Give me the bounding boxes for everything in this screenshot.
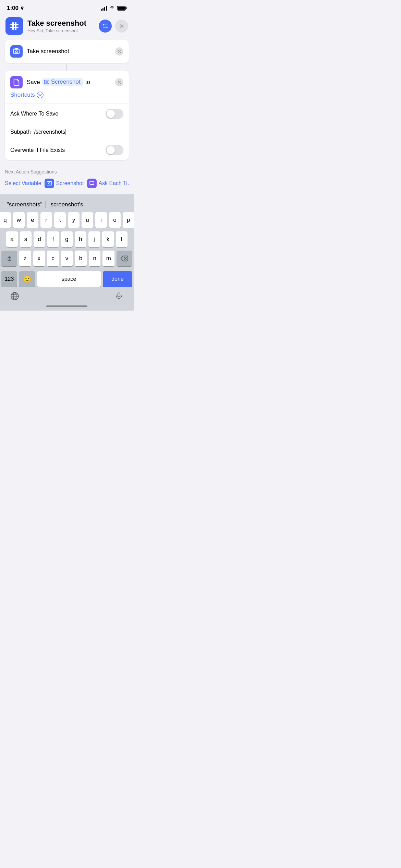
overwrite-label: Overwrite If File Exists xyxy=(10,147,65,153)
take-screenshot-row: Take screenshot xyxy=(10,45,123,58)
key-h[interactable]: h xyxy=(75,231,86,247)
close-icon-2 xyxy=(118,81,121,84)
ask-where-row: Ask Where To Save xyxy=(5,104,129,124)
backspace-key[interactable] xyxy=(117,251,132,266)
shortcuts-destination-label: Shortcuts xyxy=(10,92,35,98)
shift-icon xyxy=(5,255,13,262)
camera-chip-icon xyxy=(46,180,52,186)
numbers-key[interactable]: 123 xyxy=(1,271,17,287)
shift-key[interactable] xyxy=(1,251,17,266)
svg-rect-1 xyxy=(126,7,127,9)
key-c[interactable]: c xyxy=(47,251,59,266)
header-title: Take screenshot xyxy=(27,19,95,28)
screenshot-variable-pill[interactable]: Screenshot xyxy=(42,78,83,87)
svg-point-17 xyxy=(37,92,43,98)
space-key[interactable]: space xyxy=(37,271,101,287)
svg-rect-4 xyxy=(10,27,19,28)
svg-rect-6 xyxy=(15,22,16,30)
key-b[interactable]: b xyxy=(75,251,87,266)
key-z[interactable]: z xyxy=(19,251,31,266)
home-indicator xyxy=(0,303,134,311)
header-subtitle: Hey Siri, Take screenshot xyxy=(27,28,95,33)
microphone-icon[interactable] xyxy=(114,292,123,301)
svg-rect-3 xyxy=(10,24,19,25)
key-s[interactable]: s xyxy=(20,231,32,247)
save-icon-wrap xyxy=(10,76,23,88)
key-a[interactable]: a xyxy=(6,231,18,247)
key-j[interactable]: j xyxy=(88,231,100,247)
to-text: to xyxy=(85,79,90,86)
key-w[interactable]: w xyxy=(13,212,25,228)
key-l[interactable]: l xyxy=(116,231,127,247)
save-screenshot-card: Save Screenshot to Shortcuts xyxy=(5,71,129,160)
subpath-label: Subpath xyxy=(10,129,31,135)
autocomplete-word-2[interactable]: screenshot's xyxy=(46,201,88,208)
suggestion-select-variable[interactable]: Select Variable xyxy=(5,179,41,188)
key-u[interactable]: u xyxy=(82,212,93,228)
autocomplete-word-3[interactable] xyxy=(88,201,130,208)
key-n[interactable]: n xyxy=(89,251,101,266)
key-g[interactable]: g xyxy=(61,231,73,247)
svg-rect-2 xyxy=(118,7,125,10)
shortcuts-pill[interactable]: Shortcuts xyxy=(10,91,44,99)
take-screenshot-card: Take screenshot xyxy=(5,40,129,63)
key-q[interactable]: q xyxy=(0,212,11,228)
suggestion-screenshot[interactable]: Screenshot xyxy=(45,179,84,188)
ask-each-chip-label: Ask Each Ti… xyxy=(98,180,129,186)
key-f[interactable]: f xyxy=(47,231,59,247)
autocomplete-word-1[interactable]: "screenshots" xyxy=(3,201,46,208)
keyboard-row-3: z x c v b n m xyxy=(1,251,132,266)
svg-point-16 xyxy=(46,81,48,83)
backspace-icon xyxy=(121,255,128,262)
ask-where-toggle[interactable] xyxy=(106,109,123,119)
key-o[interactable]: o xyxy=(109,212,121,228)
subpath-row: Subpath /screenshots xyxy=(5,124,129,140)
key-p[interactable]: p xyxy=(123,212,134,228)
keyboard-extras xyxy=(0,288,134,303)
screenshot-chip-icon-wrap xyxy=(45,179,54,188)
chat-chip-icon xyxy=(89,180,95,186)
emoji-key[interactable]: 🙂 xyxy=(19,271,35,287)
keyboard: "screenshots" screenshot's q w e r t y u… xyxy=(0,194,134,311)
globe-icon[interactable] xyxy=(10,292,19,301)
key-k[interactable]: k xyxy=(102,231,114,247)
key-v[interactable]: v xyxy=(61,251,73,266)
ask-each-chip-icon-wrap xyxy=(87,179,97,188)
key-t[interactable]: t xyxy=(54,212,66,228)
status-bar: 1:00 xyxy=(0,0,134,14)
wifi-icon xyxy=(109,5,115,11)
key-i[interactable]: i xyxy=(95,212,107,228)
close-shortcut-button[interactable] xyxy=(115,20,128,33)
key-x[interactable]: x xyxy=(33,251,45,266)
screenshot-icon-wrap xyxy=(10,45,23,58)
take-screenshot-close-button[interactable] xyxy=(115,47,123,56)
svg-rect-15 xyxy=(44,80,49,84)
suggestions-section: Next Action Suggestions Select Variable … xyxy=(0,164,134,191)
key-y[interactable]: y xyxy=(68,212,80,228)
screenshot-chip-label: Screenshot xyxy=(56,180,84,186)
chevron-down-icon xyxy=(36,91,44,99)
save-action-close-button[interactable] xyxy=(115,78,123,86)
app-header: Take screenshot Hey Siri, Take screensho… xyxy=(0,14,134,40)
done-key[interactable]: done xyxy=(103,271,132,287)
key-m[interactable]: m xyxy=(102,251,114,266)
save-file-icon xyxy=(13,79,20,86)
svg-rect-29 xyxy=(118,293,120,297)
take-screenshot-label: Take screenshot xyxy=(27,48,69,55)
home-bar xyxy=(46,305,87,307)
location-icon xyxy=(20,6,24,11)
key-e[interactable]: e xyxy=(27,212,38,228)
suggestions-list: Select Variable Screenshot Ask Each Ti… xyxy=(5,179,129,188)
key-r[interactable]: r xyxy=(40,212,52,228)
suggestion-ask-each[interactable]: Ask Each Ti… xyxy=(87,179,129,188)
key-d[interactable]: d xyxy=(34,231,45,247)
overwrite-toggle[interactable] xyxy=(106,145,123,155)
keyboard-row-1: q w e r t y u i o p xyxy=(1,212,132,228)
close-icon xyxy=(118,50,121,53)
shortcuts-destination-row[interactable]: Shortcuts xyxy=(5,91,129,104)
keyboard-row-2: a s d f g h j k l xyxy=(1,231,132,247)
filter-button[interactable] xyxy=(99,20,112,33)
subpath-value[interactable]: /screenshots xyxy=(34,129,66,135)
status-time: 1:00 xyxy=(7,5,24,12)
signal-bars xyxy=(101,6,107,11)
